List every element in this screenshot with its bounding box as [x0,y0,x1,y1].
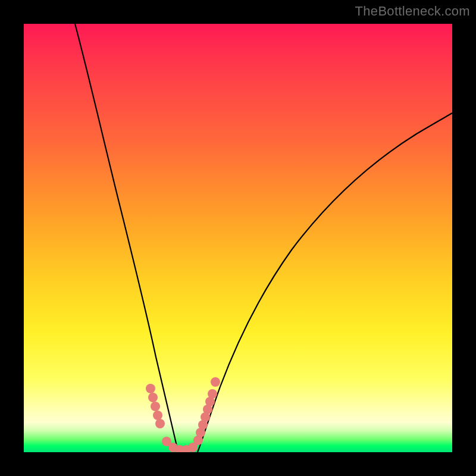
svg-point-17 [211,377,220,387]
right-curve [198,113,452,452]
svg-point-2 [151,402,160,411]
plot-area [24,24,452,452]
svg-point-0 [146,384,155,393]
watermark-text: TheBottleneck.com [355,4,470,19]
left-curve [75,24,178,452]
curve-layer [24,24,452,452]
svg-point-4 [155,419,165,428]
svg-point-16 [208,389,217,399]
svg-point-3 [153,411,162,420]
marker-cluster-right [193,377,220,445]
svg-point-1 [148,393,158,402]
marker-cluster-trough [162,437,198,452]
marker-cluster-left [146,384,165,428]
chart-frame: TheBottleneck.com [0,0,476,476]
